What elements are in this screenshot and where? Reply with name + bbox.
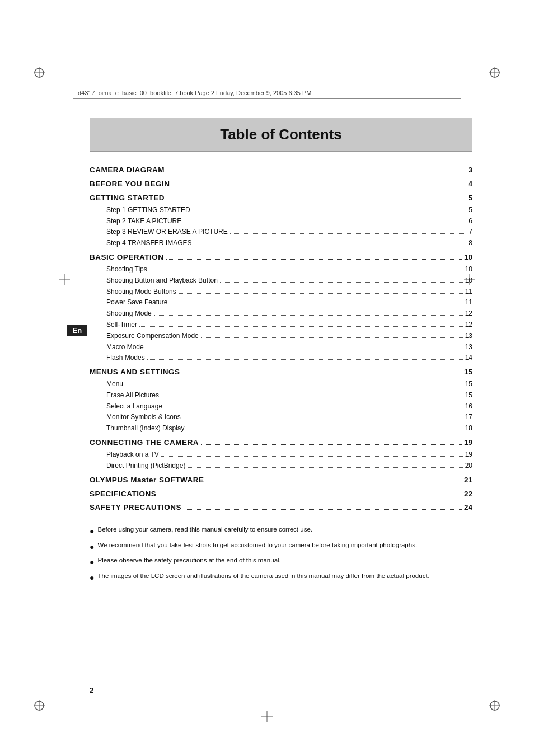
toc-sub-entry-dots xyxy=(194,245,467,245)
toc-sub-entry-title: Shooting Mode xyxy=(106,308,152,320)
toc-sub-entry-dots xyxy=(186,430,462,430)
toc-sub-entry-dots xyxy=(179,293,463,294)
toc-sub-entry-2-2: Step 3 REVIEW OR ERASE A PICTURE7 xyxy=(106,227,472,238)
toc-sub-entry-page: 6 xyxy=(469,216,472,227)
toc-entry-title: MENUS AND SETTINGS xyxy=(90,366,180,379)
note-bullet-1: ● xyxy=(90,541,94,553)
corner-mark-bl xyxy=(34,691,54,711)
toc-sub-entry-title: Power Save Feature xyxy=(106,297,167,308)
toc-entry-title: CONNECTING THE CAMERA xyxy=(90,436,199,449)
toc-section-3: BASIC OPERATION10Shooting Tips10Shooting… xyxy=(90,251,472,364)
toc-sub-entries-2: Step 1 GETTING STARTED5Step 2 TAKE A PIC… xyxy=(106,205,472,249)
toc-sub-entry-page: 11 xyxy=(465,287,472,298)
toc-section-8: SAFETY PRECAUTIONS24 xyxy=(90,501,472,514)
toc-sub-entry-title: Macro Mode xyxy=(106,342,144,353)
note-text-1: We recommend that you take test shots to… xyxy=(97,540,417,550)
toc-sub-entry-title: Flash Modes xyxy=(106,353,145,364)
note-text-0: Before using your camera, read this manu… xyxy=(97,524,312,534)
notes-section: ●Before using your camera, read this man… xyxy=(90,524,472,584)
toc-sub-entry-dots xyxy=(165,408,463,408)
toc-title: Table of Contents xyxy=(101,126,461,143)
toc-sub-entry-page: 16 xyxy=(465,401,472,412)
toc-sub-entry-page: 10 xyxy=(465,275,472,287)
toc-sub-entry-title: Erase All Pictures xyxy=(106,390,159,401)
toc-sub-entry-page: 12 xyxy=(465,308,472,320)
toc-sub-entry-dots xyxy=(188,467,462,468)
toc-sub-entry-dots xyxy=(183,419,463,419)
toc-sub-entry-title: Shooting Button and Playback Button xyxy=(106,275,218,287)
toc-entry-page: 15 xyxy=(464,366,472,379)
toc-sub-entries-3: Shooting Tips10Shooting Button and Playb… xyxy=(106,264,472,364)
toc-sub-entry-dots xyxy=(149,271,463,271)
toc-sub-entry-3-5: Self-Timer12 xyxy=(106,320,472,331)
toc-main-entry-8: SAFETY PRECAUTIONS24 xyxy=(90,501,472,514)
toc-sub-entry-3-4: Shooting Mode12 xyxy=(106,308,472,320)
toc-entry-dots xyxy=(167,172,466,172)
toc-sub-entry-page: 5 xyxy=(469,205,472,216)
toc-sub-entry-page: 14 xyxy=(465,353,472,364)
toc-sub-entry-5-0: Playback on a TV19 xyxy=(106,449,472,461)
note-item-2: ●Please observe the safety precautions a… xyxy=(90,555,472,568)
toc-sub-entry-title: Thumbnail (Index) Display xyxy=(106,423,184,434)
toc-sub-entry-dots xyxy=(146,349,463,349)
toc-entry-title: SAFETY PRECAUTIONS xyxy=(90,501,181,514)
header-bar: d4317_oima_e_basic_00_bookfile_7.book Pa… xyxy=(73,87,461,99)
note-item-3: ●The images of the LCD screen and illust… xyxy=(90,571,472,584)
page-number: 2 xyxy=(90,686,93,694)
toc-sub-entry-2-1: Step 2 TAKE A PICTURE6 xyxy=(106,216,472,227)
toc-section-1: BEFORE YOU BEGIN4 xyxy=(90,178,472,191)
toc-sub-entry-page: 18 xyxy=(465,423,472,434)
toc-sub-entry-5-1: Direct Printing (PictBridge)20 xyxy=(106,461,472,472)
toc-section-6: OLYMPUS Master SOFTWARE21 xyxy=(90,474,472,487)
toc-section-5: CONNECTING THE CAMERA19Playback on a TV1… xyxy=(90,436,472,472)
note-item-0: ●Before using your camera, read this man… xyxy=(90,524,472,537)
toc-sub-entry-4-3: Monitor Symbols & Icons17 xyxy=(106,412,472,423)
toc-sub-entry-title: Shooting Mode Buttons xyxy=(106,287,176,298)
toc-section-2: GETTING STARTED5Step 1 GETTING STARTED5S… xyxy=(90,192,472,249)
toc-sub-entry-3-1: Shooting Button and Playback Button10 xyxy=(106,275,472,287)
toc-sub-entry-4-0: Menu15 xyxy=(106,379,472,390)
corner-mark-tl xyxy=(34,67,54,87)
toc-entry-page: 19 xyxy=(464,436,472,449)
toc-entry-dots xyxy=(201,444,462,445)
toc-entry-page: 24 xyxy=(464,501,472,514)
toc-main-entry-2: GETTING STARTED5 xyxy=(90,192,472,205)
toc-sub-entry-page: 12 xyxy=(465,320,472,331)
toc-section-0: CAMERA DIAGRAM3 xyxy=(90,164,472,177)
toc-sub-entry-title: Exposure Compensation Mode xyxy=(106,331,199,342)
toc-entry-dots xyxy=(167,200,466,200)
toc-sub-entry-page: 17 xyxy=(465,412,472,423)
note-bullet-2: ● xyxy=(90,556,94,568)
toc-title-box: Table of Contents xyxy=(90,118,472,152)
crosshair-left xyxy=(59,274,70,285)
toc-sub-entry-4-4: Thumbnail (Index) Display18 xyxy=(106,423,472,434)
toc-sub-entry-page: 15 xyxy=(465,390,472,401)
toc-sub-entry-3-8: Flash Modes14 xyxy=(106,353,472,364)
toc-main-entry-7: SPECIFICATIONS22 xyxy=(90,488,472,501)
page: d4317_oima_e_basic_00_bookfile_7.book Pa… xyxy=(0,0,534,756)
toc-entry-page: 4 xyxy=(468,178,472,191)
toc-entry-page: 10 xyxy=(464,251,472,264)
toc-sub-entry-page: 13 xyxy=(465,331,472,342)
toc-sub-entry-3-2: Shooting Mode Buttons11 xyxy=(106,287,472,298)
toc-sub-entry-dots xyxy=(139,326,463,327)
toc-entry-dots xyxy=(182,374,462,374)
toc-sub-entry-3-6: Exposure Compensation Mode13 xyxy=(106,331,472,342)
toc-entry-dots xyxy=(207,482,462,482)
toc-sub-entry-page: 15 xyxy=(465,379,472,390)
toc-main-entry-3: BASIC OPERATION10 xyxy=(90,251,472,264)
toc-sub-entry-page: 13 xyxy=(465,342,472,353)
toc-entry-title: OLYMPUS Master SOFTWARE xyxy=(90,474,204,487)
note-text-2: Please observe the safety precautions at… xyxy=(97,555,280,565)
toc-entry-title: BASIC OPERATION xyxy=(90,251,164,264)
toc-sub-entries-4: Menu15Erase All Pictures15Select a Langu… xyxy=(106,379,472,434)
toc-sub-entry-2-3: Step 4 TRANSFER IMAGES8 xyxy=(106,238,472,249)
toc-main-entry-4: MENUS AND SETTINGS15 xyxy=(90,366,472,379)
toc-sub-entry-dots xyxy=(184,223,466,223)
toc-sub-entry-title: Direct Printing (PictBridge) xyxy=(106,461,185,472)
toc-sub-entry-4-1: Erase All Pictures15 xyxy=(106,390,472,401)
toc-main-entry-0: CAMERA DIAGRAM3 xyxy=(90,164,472,177)
toc-sub-entry-3-3: Power Save Feature11 xyxy=(106,297,472,308)
toc-entry-dots xyxy=(184,509,462,510)
toc-sub-entry-title: Shooting Tips xyxy=(106,264,147,275)
